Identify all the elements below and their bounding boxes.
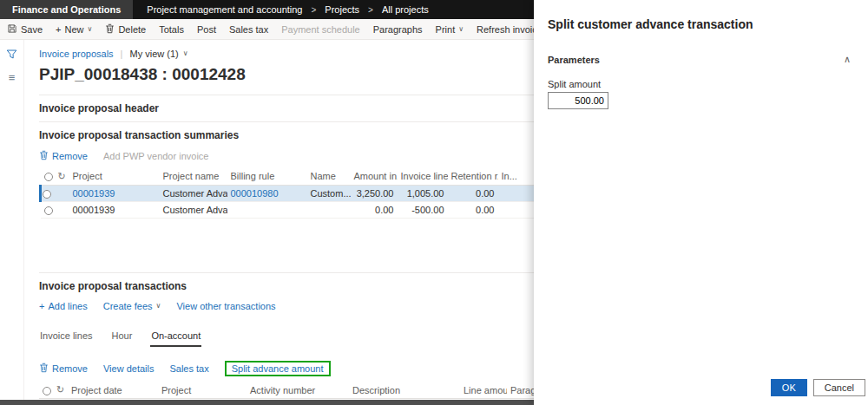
post-button[interactable]: Post xyxy=(197,24,216,35)
column-header-project-name[interactable]: Project name xyxy=(160,168,227,185)
add-lines-button[interactable]: + Add lines xyxy=(39,301,88,311)
column-header-line-amount[interactable]: Line amount xyxy=(460,382,507,399)
remove-button[interactable]: Remove xyxy=(39,150,88,162)
save-button[interactable]: Save xyxy=(7,23,43,36)
split-amount-input[interactable] xyxy=(548,92,608,109)
chevron-up-icon[interactable]: ∧ xyxy=(844,54,851,65)
project-link[interactable]: 00001939 xyxy=(73,188,115,199)
column-header-project[interactable]: Project xyxy=(69,168,160,185)
tab-hour[interactable]: Hour xyxy=(111,328,134,347)
summaries-grid: ↻ Project Project name Billing rule Name… xyxy=(39,168,555,219)
transactions-grid-header: ↻ Project date Project Activity number D… xyxy=(39,382,553,399)
paragraphs-button[interactable]: Paragraphs xyxy=(373,24,423,35)
tab-invoice-lines[interactable]: Invoice lines xyxy=(39,328,94,347)
save-icon xyxy=(7,23,17,36)
plus-icon: + xyxy=(56,24,61,35)
view-details-button[interactable]: View details xyxy=(103,363,155,374)
remove-button[interactable]: Remove xyxy=(39,363,88,375)
ok-button[interactable]: OK xyxy=(771,379,807,396)
column-header-amount[interactable]: Amount in... xyxy=(351,168,398,185)
refresh-icon[interactable]: ↻ xyxy=(56,384,64,395)
plus-icon: + xyxy=(39,301,44,311)
breadcrumb-item-all-projects[interactable]: All projects xyxy=(382,4,429,15)
view-other-transactions-button[interactable]: View other transactions xyxy=(176,301,275,311)
chevron-down-icon: ∨ xyxy=(183,50,188,57)
column-header-invoice-line[interactable]: Invoice line ... xyxy=(398,168,448,185)
trash-icon xyxy=(39,363,49,375)
trash-icon xyxy=(39,150,49,162)
chevron-down-icon: ∨ xyxy=(88,26,93,33)
refresh-icon[interactable]: ↻ xyxy=(58,171,66,181)
breadcrumb-separator-icon: > xyxy=(311,5,316,15)
breadcrumb-item-module[interactable]: Project management and accounting xyxy=(147,4,302,15)
left-icon-rail: ≡ xyxy=(0,40,24,405)
app-title[interactable]: Finance and Operations xyxy=(0,0,133,19)
print-button[interactable]: Print ∨ xyxy=(436,24,464,35)
invoice-proposals-back-link[interactable]: Invoice proposals xyxy=(39,49,114,59)
column-header-project[interactable]: Project xyxy=(158,382,247,399)
table-row[interactable]: 00001939 Customer Adva... 0.00 -500.00 0… xyxy=(41,201,555,218)
column-header-activity-number[interactable]: Activity number xyxy=(247,382,349,399)
breadcrumb: Project management and accounting > Proj… xyxy=(133,0,442,19)
new-button[interactable]: + New ∨ xyxy=(56,24,92,35)
split-amount-label: Split amount xyxy=(548,79,854,89)
breadcrumb-item-projects[interactable]: Projects xyxy=(325,4,359,15)
horizontal-scrollbar[interactable] xyxy=(0,400,534,405)
row-select-radio[interactable] xyxy=(44,206,53,215)
tab-on-account[interactable]: On-account xyxy=(150,328,201,347)
add-pwp-vendor-invoice-button: Add PWP vendor invoice xyxy=(103,151,208,161)
separator: | xyxy=(121,49,123,59)
breadcrumb-separator-icon: > xyxy=(368,5,373,15)
sales-tax-button[interactable]: Sales tax xyxy=(229,24,268,35)
create-fees-button[interactable]: Create fees ∨ xyxy=(103,301,161,311)
payment-schedule-button: Payment schedule xyxy=(281,24,360,35)
column-header-description[interactable]: Description xyxy=(349,382,460,399)
column-header-retention[interactable]: Retention r... xyxy=(448,168,498,185)
column-header-project-date[interactable]: Project date xyxy=(68,382,158,399)
totals-button[interactable]: Totals xyxy=(159,24,184,35)
dialog-title: Split customer advance transaction xyxy=(548,17,854,31)
sales-tax-button[interactable]: Sales tax xyxy=(169,363,208,374)
delete-button[interactable]: Delete xyxy=(105,23,146,36)
parameters-section-header[interactable]: Parameters ∧ xyxy=(548,54,854,65)
view-options-icon[interactable]: ≡ xyxy=(9,72,16,83)
view-selector[interactable]: My view (1) ∨ xyxy=(129,49,187,59)
chevron-down-icon: ∨ xyxy=(156,303,161,310)
billing-rule-link[interactable]: 000010980 xyxy=(231,188,279,199)
column-header-name[interactable]: Name xyxy=(307,168,351,185)
chevron-down-icon: ∨ xyxy=(458,26,464,33)
column-header-billing-rule[interactable]: Billing rule xyxy=(227,168,307,185)
summaries-grid-header: ↻ Project Project name Billing rule Name… xyxy=(41,168,555,185)
split-advance-dialog: Split customer advance transaction Param… xyxy=(534,0,868,405)
cancel-button[interactable]: Cancel xyxy=(813,379,865,396)
dialog-buttons: OK Cancel xyxy=(771,379,865,396)
split-advance-amount-button[interactable]: Split advance amount xyxy=(225,361,331,376)
table-row[interactable]: 00001939 Customer Adva... 000010980 Cust… xyxy=(41,185,555,201)
select-all-radio[interactable] xyxy=(44,173,53,181)
trash-icon xyxy=(105,23,115,36)
select-all-radio[interactable] xyxy=(43,387,51,395)
row-select-radio[interactable] xyxy=(43,190,51,199)
filter-icon[interactable] xyxy=(6,49,17,62)
